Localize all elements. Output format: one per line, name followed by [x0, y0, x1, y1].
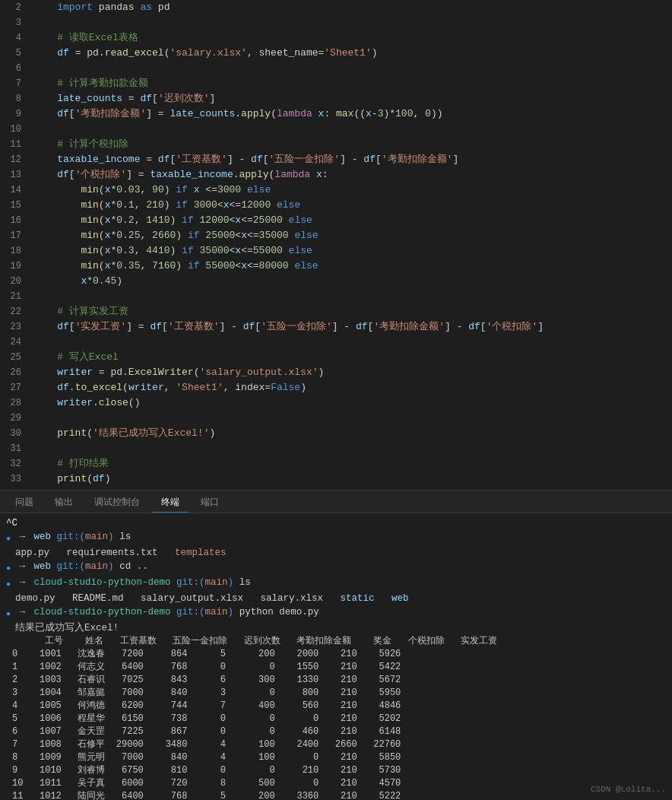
line-number: 31 — [0, 441, 30, 456]
code-line: 20 x*0.45) — [0, 274, 672, 289]
line-content: x*0.45) — [30, 274, 672, 289]
line-number: 13 — [0, 167, 30, 183]
code-line: 21 — [0, 289, 672, 304]
watermark: CSDN @Lolita... — [591, 785, 666, 794]
line-content: min(x*0.35, 7160) if 55000<x<=80000 else — [30, 259, 672, 274]
code-line: 24 — [0, 335, 672, 350]
terminal-prompt-line: ● → web git:(main) cd .. — [6, 560, 672, 576]
code-line: 32 # 打印结果 — [0, 456, 672, 471]
code-line: 22 # 计算实发工资 — [0, 304, 672, 319]
panel-tab-终端[interactable]: 终端 — [152, 493, 189, 513]
code-line: 8 late_counts = df['迟到次数'] — [0, 91, 672, 106]
line-content: df['实发工资'] = df['工资基数'] - df['五险一金扣除'] -… — [30, 319, 672, 335]
line-number: 27 — [0, 380, 30, 395]
terminal-output-line: app.py requirements.txt templates — [6, 546, 672, 560]
line-number: 8 — [0, 91, 30, 106]
line-content: df = pd.read_excel('salary.xlsx', sheet_… — [30, 46, 672, 61]
line-content: min(x*0.2, 1410) if 12000<x<=25000 else — [30, 213, 672, 228]
panel-tab-端口[interactable]: 端口 — [192, 493, 228, 513]
line-number: 10 — [0, 122, 30, 137]
line-content: df['个税扣除'] = taxable_income.apply(lambda… — [30, 167, 672, 183]
code-line: 26 writer = pd.ExcelWriter('salary_outpu… — [0, 365, 672, 380]
code-line: 2 import pandas as pd — [0, 0, 672, 15]
code-line: 9 df['考勤扣除金额'] = late_counts.apply(lambd… — [0, 106, 672, 122]
line-content: min(x*0.1, 210) if 3000<x<=12000 else — [30, 198, 672, 213]
line-number: 26 — [0, 365, 30, 380]
line-number: 9 — [0, 106, 30, 122]
terminal-prompt-line: ● → cloud-studio-python-demo git:(main) … — [6, 605, 672, 621]
terminal-output-line: 结果已成功写入Excel! — [6, 621, 672, 635]
code-line: 15 min(x*0.1, 210) if 3000<x<=12000 else — [0, 198, 672, 213]
line-number: 11 — [0, 137, 30, 152]
line-content: writer = pd.ExcelWriter('salary_output.x… — [30, 365, 672, 380]
line-number: 16 — [0, 213, 30, 228]
code-line: 4 # 读取Excel表格 — [0, 30, 672, 46]
line-number: 19 — [0, 259, 30, 274]
line-number: 18 — [0, 243, 30, 259]
terminal-prompt-line: ● → cloud-studio-python-demo git:(main) … — [6, 576, 672, 592]
line-number: 30 — [0, 426, 30, 441]
code-line: 27 df.to_excel(writer, 'Sheet1', index=F… — [0, 380, 672, 395]
line-content: min(x*0.03, 90) if x <=3000 else — [30, 183, 672, 198]
line-content: # 计算实发工资 — [30, 304, 672, 319]
code-line: 16 min(x*0.2, 1410) if 12000<x<=25000 el… — [0, 213, 672, 228]
code-line: 11 # 计算个税扣除 — [0, 137, 672, 152]
line-number: 28 — [0, 395, 30, 411]
line-number: 14 — [0, 183, 30, 198]
terminal-content: ^C● → web git:(main) lsapp.py requiremen… — [0, 513, 672, 800]
line-number: 2 — [0, 0, 30, 15]
line-number: 21 — [0, 289, 30, 304]
line-content: # 打印结果 — [30, 456, 672, 471]
code-line: 31 — [0, 441, 672, 456]
line-content: print(df) — [30, 471, 672, 487]
panel-tab-输出[interactable]: 输出 — [46, 493, 82, 513]
code-line: 6 — [0, 61, 672, 76]
line-content: min(x*0.25, 2660) if 25000<x<=35000 else — [30, 228, 672, 243]
terminal-line: ^C — [6, 516, 672, 530]
code-line: 19 min(x*0.35, 7160) if 55000<x<=80000 e… — [0, 259, 672, 274]
line-content: late_counts = df['迟到次数'] — [30, 91, 672, 106]
line-number: 20 — [0, 274, 30, 289]
code-line: 5 df = pd.read_excel('salary.xlsx', shee… — [0, 46, 672, 61]
code-line: 18 min(x*0.3, 4410) if 35000<x<=55000 el… — [0, 243, 672, 259]
line-content: # 计算个税扣除 — [30, 137, 672, 152]
line-content: min(x*0.3, 4410) if 35000<x<=55000 else — [30, 243, 672, 259]
code-line: 29 — [0, 411, 672, 426]
code-line: 14 min(x*0.03, 90) if x <=3000 else — [0, 183, 672, 198]
line-content: taxable_income = df['工资基数'] - df['五险一金扣除… — [30, 152, 672, 167]
panel-area: 问题输出调试控制台终端端口 ^C● → web git:(main) lsapp… — [0, 490, 672, 800]
line-content: import pandas as pd — [30, 0, 672, 15]
line-number: 15 — [0, 198, 30, 213]
terminal-output-line: demo.py README.md salary_output.xlsx sal… — [6, 592, 672, 605]
line-number: 22 — [0, 304, 30, 319]
line-content: print('结果已成功写入Excel!') — [30, 426, 672, 441]
line-content: df['考勤扣除金额'] = late_counts.apply(lambda … — [30, 106, 672, 122]
line-number: 12 — [0, 152, 30, 167]
line-number: 3 — [0, 15, 30, 30]
line-number: 33 — [0, 471, 30, 487]
code-line: 25 # 写入Excel — [0, 350, 672, 365]
line-number: 32 — [0, 456, 30, 471]
panel-tab-问题[interactable]: 问题 — [6, 493, 43, 513]
terminal-table: 工号 姓名 工资基数 五险一金扣除 迟到次数 考勤扣除金额 奖金 个税扣除 实发… — [6, 635, 672, 800]
panel-tab-调试控制台[interactable]: 调试控制台 — [85, 493, 149, 513]
code-line: 30 print('结果已成功写入Excel!') — [0, 426, 672, 441]
line-content: writer.close() — [30, 395, 672, 411]
line-number: 4 — [0, 30, 30, 46]
code-line: 33 print(df) — [0, 471, 672, 487]
code-line: 28 writer.close() — [0, 395, 672, 411]
line-number: 29 — [0, 411, 30, 426]
line-content: # 计算考勤扣款金额 — [30, 76, 672, 91]
code-line: 12 taxable_income = df['工资基数'] - df['五险一… — [0, 152, 672, 167]
line-number: 24 — [0, 335, 30, 350]
line-number: 5 — [0, 46, 30, 61]
line-content: # 写入Excel — [30, 350, 672, 365]
code-line: 13 df['个税扣除'] = taxable_income.apply(lam… — [0, 167, 672, 183]
line-number: 7 — [0, 76, 30, 91]
line-number: 25 — [0, 350, 30, 365]
code-line: 7 # 计算考勤扣款金额 — [0, 76, 672, 91]
line-number: 23 — [0, 319, 30, 335]
line-content: # 读取Excel表格 — [30, 30, 672, 46]
terminal-prompt-line: ● → web git:(main) ls — [6, 530, 672, 546]
line-number: 6 — [0, 61, 30, 76]
